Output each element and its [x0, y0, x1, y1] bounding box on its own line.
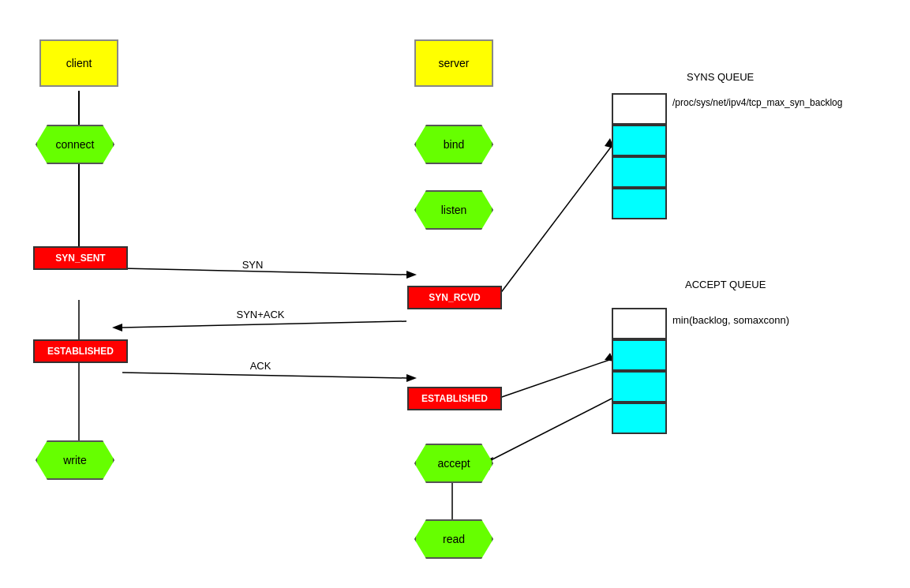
bind-node: bind: [414, 125, 493, 164]
read-label: read: [443, 533, 465, 545]
client-node: client: [39, 39, 118, 87]
svg-marker-3: [406, 271, 417, 279]
accept-row-2: [612, 339, 667, 371]
listen-node: listen: [414, 190, 493, 230]
syns-row-4: [612, 188, 667, 219]
svg-marker-8: [112, 324, 122, 331]
syn-rcvd-label: SYN_RCVD: [429, 292, 480, 303]
established-client-label: ESTABLISHED: [47, 346, 114, 357]
accept-queue-size: min(backlog, somaxconn): [672, 314, 789, 326]
syns-queue-label: SYNS QUEUE: [687, 71, 754, 83]
syns-queue: [612, 93, 667, 219]
syn-sent-node: SYN_SENT: [33, 246, 128, 270]
write-node: write: [36, 440, 114, 480]
svg-line-2: [122, 268, 406, 275]
syns-row-1: [612, 93, 667, 125]
svg-line-11: [122, 373, 406, 378]
svg-line-14: [497, 359, 612, 399]
accept-row-1: [612, 308, 667, 339]
read-node: read: [414, 519, 493, 559]
established-client-node: ESTABLISHED: [33, 339, 128, 363]
syn-rcvd-node: SYN_RCVD: [407, 286, 502, 309]
syns-row-3: [612, 156, 667, 188]
accept-row-4: [612, 403, 667, 434]
svg-text:ACK: ACK: [250, 360, 272, 372]
accept-queue-title: ACCEPT QUEUE: [685, 279, 766, 290]
client-label: client: [66, 57, 92, 69]
syns-row-2: [612, 125, 667, 156]
accept-node: accept: [414, 444, 493, 483]
listen-label: listen: [441, 204, 467, 216]
server-node: server: [414, 39, 493, 87]
server-label: server: [439, 57, 470, 69]
accept-queue-label: ACCEPT QUEUE: [685, 279, 766, 290]
connect-node: connect: [36, 125, 114, 164]
svg-text:SYN+ACK: SYN+ACK: [236, 309, 284, 320]
svg-line-16: [489, 399, 612, 461]
accept-row-3: [612, 371, 667, 403]
svg-marker-12: [406, 374, 417, 382]
established-server-node: ESTABLISHED: [407, 387, 502, 410]
svg-text:SYN: SYN: [242, 259, 264, 271]
accept-queue: [612, 308, 667, 434]
accept-label: accept: [437, 457, 470, 470]
syn-sent-label: SYN_SENT: [55, 253, 105, 264]
bind-label: bind: [444, 138, 464, 151]
svg-line-5: [497, 146, 612, 298]
syns-queue-path-text: /proc/sys/net/ipv4/tcp_max_syn_backlog: [672, 97, 842, 108]
syns-queue-title: SYNS QUEUE: [687, 71, 754, 83]
connect-label: connect: [55, 138, 94, 151]
established-server-label: ESTABLISHED: [421, 393, 488, 404]
svg-line-7: [122, 321, 406, 328]
accept-queue-size-text: min(backlog, somaxconn): [672, 314, 789, 326]
syns-queue-path: /proc/sys/net/ipv4/tcp_max_syn_backlog: [672, 96, 886, 110]
write-label: write: [63, 454, 87, 466]
